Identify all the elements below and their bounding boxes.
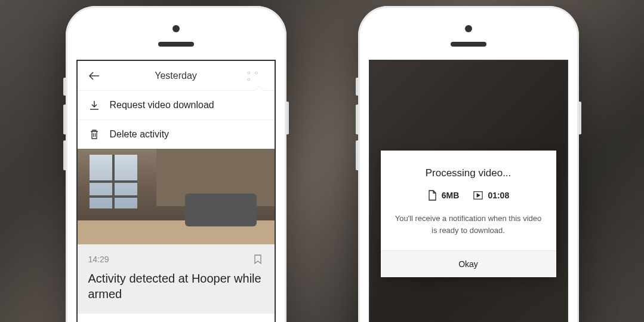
dropdown-item-label: Request video download xyxy=(110,100,214,111)
file-icon xyxy=(427,190,437,201)
bookmark-icon xyxy=(253,254,263,265)
activity-card[interactable]: 14:29 Activity detected at Hooper while … xyxy=(78,244,275,314)
processing-modal: Processing video... 6MB 01:08 You'll rec… xyxy=(381,151,556,277)
duration-value: 01:08 xyxy=(488,191,509,200)
delete-activity-option[interactable]: Delete activity xyxy=(78,120,275,149)
video-thumbnail[interactable] xyxy=(78,149,275,244)
phone-mockup-right: Processing video... 6MB 01:08 You'll rec… xyxy=(358,6,579,322)
options-dropdown: Request video download Delete activity xyxy=(78,91,275,149)
file-size-stat: 6MB xyxy=(427,190,460,201)
modal-title: Processing video... xyxy=(395,167,542,179)
arrow-left-icon xyxy=(88,71,100,81)
bookmark-button[interactable] xyxy=(253,254,264,265)
more-dots-icon: ○ ○ ○ xyxy=(247,69,265,82)
download-icon xyxy=(88,99,100,111)
header-title: Yesterday xyxy=(155,70,197,81)
activity-title: Activity detected at Hooper while armed xyxy=(88,271,264,302)
duration-stat: 01:08 xyxy=(473,190,509,201)
phone-mockup-left: Yesterday ○ ○ ○ Request video download xyxy=(66,6,286,322)
modal-message: You'll receive a notification when this … xyxy=(395,213,542,236)
confirm-label: Okay xyxy=(458,259,478,269)
app-header: Yesterday ○ ○ ○ xyxy=(78,61,275,91)
phone-screen-processing: Processing video... 6MB 01:08 You'll rec… xyxy=(369,60,568,322)
request-download-option[interactable]: Request video download xyxy=(78,91,275,120)
play-icon xyxy=(473,190,483,201)
back-button[interactable] xyxy=(87,69,101,83)
file-size-value: 6MB xyxy=(442,191,460,200)
okay-button[interactable]: Okay xyxy=(381,250,556,277)
more-options-button[interactable]: ○ ○ ○ xyxy=(247,69,265,83)
phone-screen-activity: Yesterday ○ ○ ○ Request video download xyxy=(76,60,276,322)
activity-timestamp: 14:29 xyxy=(88,254,109,264)
trash-icon xyxy=(88,128,100,140)
dropdown-item-label: Delete activity xyxy=(110,129,170,140)
